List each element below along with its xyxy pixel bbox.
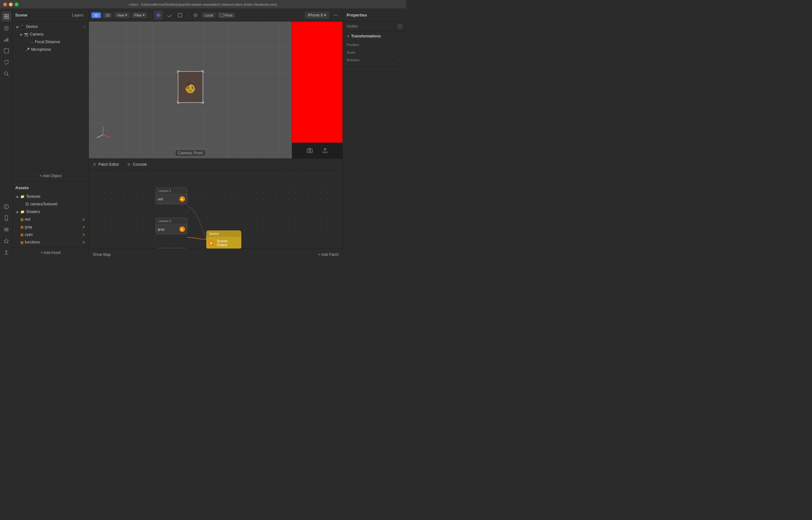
- tree-item-focal[interactable]: — Focal Distance: [13, 38, 88, 46]
- camera-label: Camera: [30, 32, 86, 36]
- scale-dash3: -: [401, 50, 402, 54]
- bottom-bar: Show Map + Add Patch: [89, 249, 342, 260]
- pivot-dropdown[interactable]: Pivot: [217, 12, 235, 18]
- lesson2-out-port[interactable]: [179, 226, 185, 232]
- viewport-content: 🧑 Camera: Front: [89, 22, 342, 158]
- view-dropdown[interactable]: View ▾: [114, 12, 130, 18]
- rotation-row: Rotation - - - - -: [347, 56, 402, 64]
- functions-badge: A: [82, 241, 85, 244]
- refresh-icon[interactable]: [1, 57, 11, 67]
- iphone-controls: [292, 142, 342, 158]
- scene-panel: Scene Layers ▶ 📱 Device →□ ▶ 📷 Camera: [13, 9, 89, 260]
- transformations-header[interactable]: ▼ Transformations: [347, 34, 402, 38]
- shapes-icon[interactable]: [1, 46, 11, 56]
- tree-item-shaders[interactable]: ▶ 📁 Shaders: [13, 208, 88, 215]
- lesson3-title: Lesson 3: [156, 248, 187, 249]
- device-selector[interactable]: iPhone 8 ▾: [305, 12, 329, 19]
- viewport-3d[interactable]: 🧑 Camera: Front: [89, 22, 292, 158]
- device-node-title: Device: [207, 231, 241, 237]
- maximize-button[interactable]: [15, 3, 19, 6]
- scale-row: Scale - - - - -: [347, 49, 402, 56]
- layers-tab[interactable]: Layers: [70, 12, 86, 19]
- patch-node-device[interactable]: Device Screen Output: [206, 231, 241, 249]
- effects-icon[interactable]: [1, 236, 11, 246]
- mode-2d-button[interactable]: 2D: [103, 12, 112, 18]
- bottom-section: ✕ Patch Editor ✕ Console: [89, 158, 342, 260]
- add-asset-button[interactable]: + Add Asset: [13, 247, 88, 257]
- svg-marker-16: [4, 239, 8, 243]
- svg-point-12: [6, 219, 7, 220]
- toolbar-right: iPhone 8 ▾: [305, 11, 340, 20]
- svg-line-25: [103, 135, 109, 138]
- tree-item-cameratexture[interactable]: 🖼 cameraTexture0: [13, 200, 88, 208]
- local-dropdown[interactable]: Local: [202, 12, 215, 18]
- mode-3d-button[interactable]: 3D: [91, 12, 101, 18]
- show-map-button[interactable]: Show Map: [93, 252, 111, 257]
- lesson2-body: gray: [156, 225, 187, 234]
- patch-canvas[interactable]: Lesson 1 red Lesson 2 gray: [89, 170, 342, 249]
- search-icon[interactable]: [1, 69, 11, 79]
- layers2-icon[interactable]: [1, 225, 11, 235]
- lesson1-out-port[interactable]: [179, 196, 185, 202]
- transformations-arrow-icon: ▼: [347, 34, 350, 38]
- patch-editor-tab[interactable]: ✕ Patch Editor: [89, 159, 123, 170]
- position-row: Position - - - - -: [347, 41, 402, 49]
- tree-item-red[interactable]: ▦ red A: [13, 215, 88, 223]
- svg-point-22: [335, 15, 336, 15]
- pivot-label: Pivot: [225, 13, 232, 17]
- console-tab[interactable]: ✕ Console: [123, 159, 151, 170]
- tree-item-microphone[interactable]: 🎤 Microphone: [13, 46, 88, 53]
- rotation-label: Rotation: [347, 58, 366, 62]
- rotate-tool-icon[interactable]: [165, 11, 174, 20]
- corner-bl: [177, 101, 180, 103]
- facebook-icon[interactable]: [1, 202, 11, 212]
- patch-node-lesson2[interactable]: Lesson 2 gray: [156, 218, 187, 234]
- tree-item-camera[interactable]: ▶ 📷 Camera: [13, 30, 88, 38]
- tree-item-functions[interactable]: ▦ functions A: [13, 238, 88, 246]
- pos-dash1: -: [367, 43, 368, 47]
- console-close-icon[interactable]: ✕: [127, 162, 131, 167]
- close-button[interactable]: [3, 3, 7, 6]
- minimize-button[interactable]: [9, 3, 13, 6]
- visible-checkbox[interactable]: [398, 24, 402, 29]
- add-object-button[interactable]: + Add Object: [13, 170, 88, 181]
- patch-node-lesson1[interactable]: Lesson 1 red: [156, 188, 187, 204]
- assets-panel: Assets ▶ 📁 Textures 🖼 cameraTexture0: [13, 181, 88, 260]
- patch-editor-tab-label: Patch Editor: [98, 162, 119, 167]
- stats-icon[interactable]: [1, 34, 11, 45]
- tree-item-device[interactable]: ▶ 📱 Device →□: [13, 23, 88, 30]
- tree-item-textures[interactable]: ▶ 📁 Textures: [13, 193, 88, 200]
- phone-icon[interactable]: [1, 213, 11, 223]
- gray-shader-icon: ▦: [20, 225, 24, 229]
- shaders-label: Shaders: [26, 210, 86, 214]
- scale-tool-icon[interactable]: [176, 11, 184, 20]
- ct-icon: 🖼: [25, 202, 29, 206]
- pos-y-value: -: [386, 43, 400, 47]
- cyan-badge: A: [82, 233, 85, 236]
- properties-scroll: Visible ▼ Transformations Position - - -…: [343, 22, 406, 260]
- patch-node-lesson3[interactable]: Lesson 3 cyan: [156, 248, 187, 249]
- scene-header: Scene Layers: [13, 9, 88, 22]
- focal-icon: —: [30, 40, 34, 44]
- camera-view-icon[interactable]: [191, 11, 200, 20]
- tree-item-gray[interactable]: ▦ gray A: [13, 223, 88, 231]
- position-label: Position: [347, 43, 366, 47]
- screenshot-icon[interactable]: [305, 146, 314, 155]
- corner-tr: [201, 71, 204, 73]
- tree-item-cyan[interactable]: ▦ cyan A: [13, 231, 88, 238]
- device-label: Device: [26, 24, 81, 29]
- add-patch-button[interactable]: + Add Patch: [318, 252, 339, 257]
- upload-icon[interactable]: [1, 247, 11, 257]
- svg-point-19: [195, 15, 196, 16]
- share-icon[interactable]: [321, 146, 330, 155]
- filter-dropdown[interactable]: Filter ▾: [132, 12, 147, 18]
- viewport-camera-label: Camera: Front: [176, 150, 205, 156]
- visible-label: Visible: [347, 24, 398, 29]
- move-tool-icon[interactable]: [154, 11, 163, 20]
- window-title: colors - /Users/aferriss/Desktop/sparkls…: [129, 3, 278, 6]
- device-in-port[interactable]: [209, 240, 214, 246]
- patch-editor-close-icon[interactable]: ✕: [93, 162, 97, 167]
- menu-icon[interactable]: [331, 11, 340, 20]
- scene-icon[interactable]: [1, 11, 11, 22]
- layers-icon[interactable]: [1, 23, 11, 33]
